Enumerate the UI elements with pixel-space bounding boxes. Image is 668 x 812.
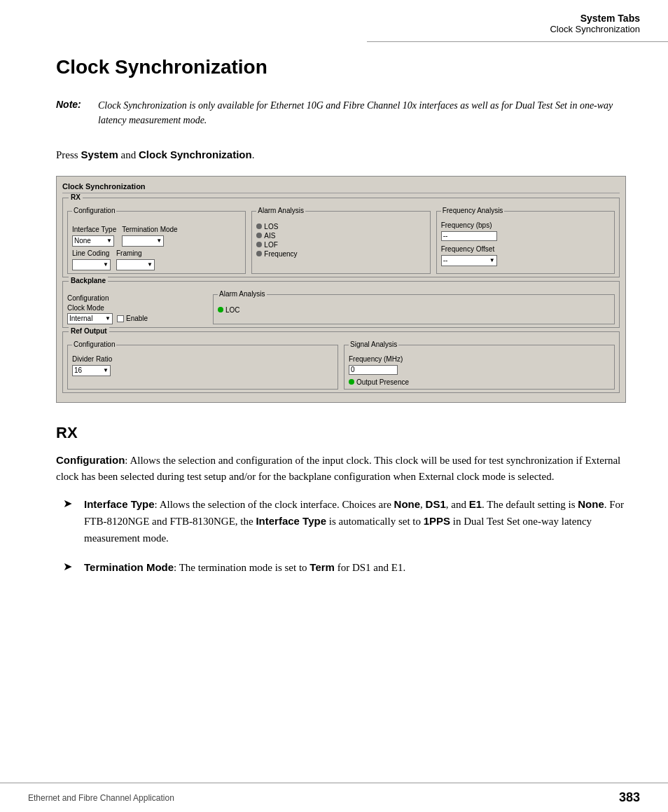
alarm-los: LOS xyxy=(256,223,425,230)
bullet-text-1: Interface Type: Allows the selection of … xyxy=(84,496,626,546)
loc-label: LOC xyxy=(225,306,240,314)
note-text: Clock Synchronization is only available … xyxy=(98,98,626,128)
press-bold-clock: Clock Synchronization xyxy=(139,149,252,160)
1pps-bold: 1PPS xyxy=(424,515,450,527)
interface-type-arrow: ▼ xyxy=(106,238,112,244)
backplane-loc: LOC xyxy=(218,306,610,314)
divider-col: Divider Ratio 16 ▼ xyxy=(72,355,333,376)
interface-col: Interface Type None ▼ xyxy=(72,226,116,247)
backplane-alarm-subsection: Alarm Analysis LOC xyxy=(213,294,615,324)
line-coding-arrow: ▼ xyxy=(103,261,109,268)
press-bold-system: System xyxy=(81,149,118,160)
lof-label: LOF xyxy=(264,241,277,249)
divider-ratio-value: 16 xyxy=(74,366,82,374)
clock-mode-select[interactable]: Internal ▼ xyxy=(67,313,113,324)
bullet-text-2: Termination Mode: The termination mode i… xyxy=(84,559,405,576)
clock-mode-value: Internal xyxy=(69,315,92,322)
line-coding-col: Line Coding ▼ xyxy=(72,249,111,270)
interface-row: Interface Type None ▼ Termination Mode ▼ xyxy=(72,226,241,247)
dialog-title-bar: Clock Synchronization xyxy=(62,182,620,193)
freq-mhz-col: Frequency (MHz) 0 xyxy=(349,355,610,375)
clock-mode-label: Clock Mode xyxy=(67,304,207,312)
dialog-backplane-section: Backplane Configuration Clock Mode Inter… xyxy=(62,281,620,328)
interface-type-select[interactable]: None ▼ xyxy=(72,235,114,247)
press-instruction: Press System and Clock Synchronization. xyxy=(56,147,626,163)
backplane-config-label: Configuration xyxy=(67,294,207,302)
refoutput-signal-subsection: Signal Analysis Frequency (MHz) 0 Output… xyxy=(344,345,615,390)
divider-ratio-select[interactable]: 16 ▼ xyxy=(72,365,111,376)
backplane-label: Backplane xyxy=(69,277,108,284)
freq-offset-select[interactable]: -- ▼ xyxy=(441,255,497,266)
bullet-interface-type: ➤ Interface Type: Allows the selection o… xyxy=(63,496,626,546)
interface-type-label: Interface Type xyxy=(72,226,116,233)
freq-bps-input[interactable]: -- xyxy=(441,231,497,241)
ref-output-label: Ref Output xyxy=(69,327,109,335)
interface-type-value: None xyxy=(74,237,91,245)
freq-mhz-input[interactable]: 0 xyxy=(349,365,398,375)
dialog-rx-label: RX xyxy=(69,193,83,201)
clock-mode-arrow: ▼ xyxy=(105,315,111,322)
freq-bps-label: Frequency (bps) xyxy=(441,221,610,229)
config-label: Configuration xyxy=(72,207,116,214)
ref-config-label: Configuration xyxy=(72,340,116,348)
freq-mhz-value: 0 xyxy=(351,366,355,373)
bullet-arrow-1: ➤ xyxy=(63,497,77,546)
los-label: LOS xyxy=(264,223,278,230)
enable-checkbox[interactable] xyxy=(117,315,124,322)
divider-arrow: ▼ xyxy=(103,367,109,373)
interface-type-bold2: Interface Type xyxy=(256,515,326,527)
ais-indicator xyxy=(256,233,262,238)
freq-offset-arrow: ▼ xyxy=(489,257,495,263)
termination-mode-bold: Termination Mode xyxy=(84,561,174,573)
page-title: Clock Synchronization xyxy=(56,56,626,78)
freq-bps-col: Frequency (bps) -- xyxy=(441,221,610,241)
config-bold: Configuration xyxy=(56,454,125,466)
alarm-ais: AIS xyxy=(256,232,425,240)
los-indicator xyxy=(256,223,262,229)
e1-bold: E1 xyxy=(469,498,482,510)
ais-label: AIS xyxy=(264,232,275,240)
alarm-analysis-label: Alarm Analysis xyxy=(256,207,305,214)
freq-mhz-label: Frequency (MHz) xyxy=(349,355,610,363)
freq-offset-label: Frequency Offset xyxy=(441,245,610,253)
refoutput-row: Configuration Divider Ratio 16 ▼ Signal … xyxy=(67,345,615,390)
config-paragraph: Configuration: Allows the selection and … xyxy=(56,452,626,486)
main-content: Clock Synchronization Note: Clock Synchr… xyxy=(0,56,668,576)
line-coding-select[interactable]: ▼ xyxy=(72,259,111,270)
enable-label: Enable xyxy=(126,315,148,322)
dialog-alarm-subsection: Alarm Analysis LOS AIS LOF Frequency xyxy=(251,211,430,274)
alarm-lof: LOF xyxy=(256,241,425,249)
signal-analysis-label: Signal Analysis xyxy=(349,340,398,348)
termination-mode-select[interactable]: ▼ xyxy=(122,235,164,247)
backplane-config-col: Configuration Clock Mode Internal ▼ Enab… xyxy=(67,294,207,324)
bullet-termination-mode: ➤ Termination Mode: The termination mode… xyxy=(63,559,626,576)
freq-label: Frequency xyxy=(264,250,297,258)
rx-section-heading: RX xyxy=(56,424,626,442)
freq-analysis-label: Frequency Analysis xyxy=(441,207,505,214)
dialog-rx-row: Configuration Interface Type None ▼ Term… xyxy=(67,211,615,274)
page-number: 383 xyxy=(619,790,640,805)
termination-arrow: ▼ xyxy=(156,238,162,244)
lof-indicator xyxy=(256,242,262,247)
framing-select[interactable]: ▼ xyxy=(116,259,155,270)
freq-bps-value: -- xyxy=(443,232,448,240)
enable-checkbox-row: Enable xyxy=(117,315,148,322)
dialog-title: Clock Synchronization xyxy=(62,182,146,191)
bullet-arrow-2: ➤ xyxy=(63,560,77,576)
none-bold: None xyxy=(394,498,421,510)
header-title: System Tabs xyxy=(367,13,640,24)
framing-col: Framing ▼ xyxy=(116,249,155,270)
header-subtitle: Clock Synchronization xyxy=(367,24,640,34)
alarm-frequency: Frequency xyxy=(256,250,425,258)
dialog-rx-section: RX Configuration Interface Type None ▼ xyxy=(62,198,620,277)
clock-mode-group: Clock Mode Internal ▼ Enable xyxy=(67,304,207,324)
interface-type-bold: Interface Type xyxy=(84,498,155,510)
backplane-row: Configuration Clock Mode Internal ▼ Enab… xyxy=(67,294,615,324)
framing-label: Framing xyxy=(116,249,155,257)
freq-offset-col: Frequency Offset -- ▼ xyxy=(441,245,610,266)
page-header: System Tabs Clock Synchronization xyxy=(367,0,668,42)
dialog-config-subsection: Configuration Interface Type None ▼ Term… xyxy=(67,211,246,274)
refoutput-config-subsection: Configuration Divider Ratio 16 ▼ xyxy=(67,345,338,390)
dialog-screenshot: Clock Synchronization RX Configuration I… xyxy=(56,176,626,403)
freq-indicator xyxy=(256,251,262,256)
